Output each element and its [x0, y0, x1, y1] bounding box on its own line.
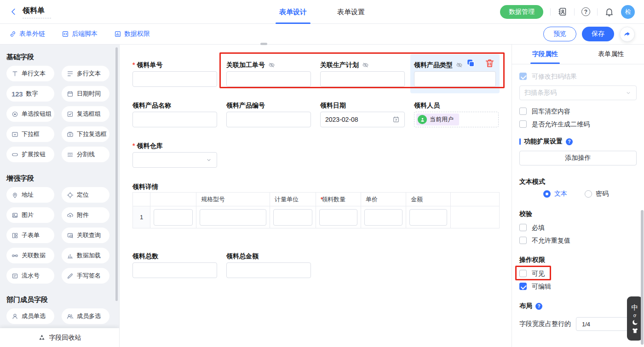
sidebar-field-item[interactable]: 复选框组 [62, 106, 109, 122]
tab-form-settings[interactable]: 表单设置 [337, 0, 365, 24]
field-production-plan[interactable]: 关联生产计划 [320, 60, 405, 87]
form-title[interactable]: 领料单 [23, 5, 51, 18]
sidebar-field-item[interactable]: 单选按钮组 [6, 106, 54, 122]
sidebar-field-item[interactable]: 手写签名 [62, 268, 109, 284]
copy-field-icon[interactable] [466, 58, 476, 68]
save-button[interactable]: 保存 [582, 27, 614, 41]
field-product-type[interactable]: 领料产品类型 [414, 60, 496, 87]
help-icon[interactable]: ? [581, 7, 590, 16]
order-no-input[interactable] [132, 71, 217, 87]
detail-cell-input[interactable] [364, 209, 402, 226]
clear-on-enter-checkbox[interactable] [519, 108, 527, 115]
data-manage-button[interactable]: 数据管理 [500, 5, 543, 19]
total-amount-input[interactable] [226, 262, 311, 278]
sidebar-field-item[interactable]: 分割线 [62, 147, 109, 162]
ime-language-toggle[interactable]: 中 [632, 303, 638, 312]
calendar-icon[interactable] [392, 116, 400, 123]
date-input[interactable]: 2023-02-08 [320, 112, 405, 127]
moon-icon[interactable] [632, 319, 638, 326]
pen-icon [67, 273, 74, 279]
field-warehouse[interactable]: *领料仓库 [132, 141, 217, 168]
detail-cell-input[interactable] [409, 209, 447, 226]
field-process-order[interactable]: 关联加工单号 [226, 60, 311, 87]
help-question-icon[interactable]: ? [535, 303, 542, 310]
multiselect-icon [67, 131, 74, 138]
personnel-input[interactable]: 当前用户 [414, 112, 499, 127]
scrollbar-pill[interactable] [260, 43, 267, 45]
detail-cell-input[interactable] [319, 209, 357, 226]
editable-checkbox[interactable] [519, 283, 527, 290]
sidebar-field-item[interactable]: 日期时间 [62, 86, 109, 102]
process-order-input[interactable] [226, 71, 311, 87]
visible-checkbox[interactable] [519, 270, 527, 277]
field-detail-subform[interactable]: 领料详情 规格型号计量单位*领料数量单价金额1 [132, 182, 499, 228]
field-order-no[interactable]: *领料单号 [132, 60, 217, 87]
detail-cell-input[interactable] [154, 209, 193, 226]
detail-cell-input[interactable] [200, 209, 266, 226]
sidebar-field-item[interactable]: 成员多选 [62, 308, 109, 324]
sidebar-field-item[interactable]: 关联查询 [62, 228, 109, 243]
data-permission-button[interactable]: 数据权限 [114, 30, 150, 38]
sidebar-field-item[interactable]: 数据加载 [62, 248, 109, 263]
sidebar-field-item[interactable]: 下拉复选框 [62, 126, 109, 142]
sidebar-field-item[interactable]: 多行文本 [62, 66, 109, 81]
production-plan-input[interactable] [320, 71, 405, 87]
sidebar-field-item[interactable]: 单行文本 [6, 66, 54, 81]
field-product-name[interactable]: 领料产品名称 [132, 101, 217, 127]
window-scrollbar[interactable] [641, 210, 644, 345]
text-mode-radio-password[interactable]: 密码 [585, 190, 609, 198]
tshirt-skin-icon[interactable] [632, 327, 638, 334]
text-mode-radio-text[interactable]: 文本 [543, 190, 567, 198]
sidebar-field-item[interactable]: 子表单 [6, 228, 54, 243]
hidden-eye-icon[interactable] [456, 62, 463, 68]
product-type-input[interactable] [414, 71, 496, 87]
tab-form-design[interactable]: 表单设计 [279, 0, 307, 24]
detail-cell-input[interactable] [273, 209, 312, 226]
sidebar-field-item[interactable]: 图片 [6, 207, 54, 223]
back-button[interactable] [9, 7, 18, 16]
field-date[interactable]: 领料日期 2023-02-08 [320, 101, 405, 127]
scan-mode-select[interactable]: 扫描条形码 [519, 85, 637, 100]
avatar[interactable]: 检 [621, 5, 635, 19]
sidebar-field-item[interactable]: 流水号 [6, 268, 54, 284]
field-total-amount[interactable]: 领料总金额 [226, 251, 311, 278]
field-personnel[interactable]: 领料人员 当前用户 [414, 101, 499, 127]
no-duplicate-checkbox[interactable] [519, 237, 527, 244]
sidebar-field-item[interactable]: 扩展按钮 [6, 147, 54, 162]
preview-button[interactable]: 预览 [543, 27, 576, 41]
sidebar-field-item[interactable]: 定位 [62, 187, 109, 203]
backend-script-button[interactable]: 后端脚本 [62, 30, 98, 38]
field-recycle-bin[interactable]: 字段回收站 [0, 328, 119, 347]
product-name-input[interactable] [132, 112, 217, 127]
required-checkbox[interactable] [519, 224, 527, 231]
divider [574, 8, 575, 16]
sidebar-field-item[interactable]: 123数字 [6, 86, 54, 102]
tab-form-properties[interactable]: 表单属性 [578, 45, 644, 64]
top-header: 领料单 表单设计 表单设置 数据管理 ? 检 [0, 0, 644, 24]
sidebar-field-item[interactable]: 成员单选 [6, 308, 54, 324]
allow-qrcode-checkbox[interactable] [519, 120, 527, 128]
sidebar-field-item[interactable]: 关联数据 [6, 248, 54, 263]
share-button[interactable] [620, 27, 635, 42]
field-product-code[interactable]: 领料产品编号 [226, 101, 311, 127]
field-total-qty[interactable]: 领料总数 [132, 251, 217, 278]
sidebar-field-item[interactable]: 附件 [62, 207, 109, 223]
hidden-eye-icon[interactable] [362, 62, 369, 68]
help-question-icon[interactable]: ? [566, 138, 573, 145]
tab-field-properties[interactable]: 字段属性 [512, 45, 578, 64]
modify-scan-result-checkbox[interactable] [519, 73, 527, 80]
delete-field-icon[interactable] [484, 58, 495, 68]
hidden-eye-icon[interactable] [268, 62, 275, 68]
sidebar-field-item[interactable]: 下拉框 [6, 126, 54, 142]
bell-icon[interactable] [604, 7, 614, 17]
link-icon [9, 30, 17, 38]
add-action-button[interactable]: 添加操作 [519, 151, 637, 165]
total-qty-input[interactable] [132, 262, 217, 278]
sidebar-field-item[interactable]: 地址 [6, 187, 54, 203]
product-code-input[interactable] [226, 112, 311, 127]
sidebar-scrollbar[interactable] [115, 47, 118, 301]
external-link-button[interactable]: 表单外链 [9, 30, 45, 38]
warehouse-select[interactable] [132, 152, 217, 168]
ime-punctuation-toggle[interactable]: ơ [633, 313, 637, 318]
contacts-icon[interactable] [558, 7, 567, 17]
